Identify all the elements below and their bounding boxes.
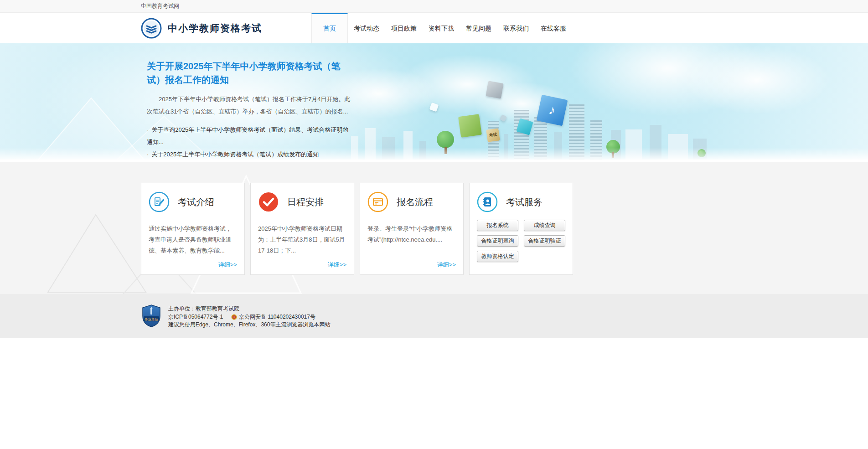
badge-label: 事业单位 (145, 317, 159, 321)
site-name-link[interactable]: 中国教育考试网 (141, 3, 179, 9)
bullet-icon: · (147, 151, 149, 158)
page: 中国教育考试网 中小学教师资格考试 首页 考试动态 (0, 0, 868, 449)
card-title: 考试介绍 (178, 196, 214, 208)
police-badge-icon (231, 314, 237, 320)
card-body-text: 通过实施中小学教师资格考试，考查申请人是否具备教师职业道德、基本素养、教育教学能… (149, 223, 237, 256)
card-head: 报名流程 (367, 191, 456, 213)
divider (149, 219, 237, 219)
institution-badge-icon[interactable]: 事业单位 (141, 304, 162, 328)
nav-item-online-service[interactable]: 在线客服 (535, 13, 572, 43)
cloud-decor (684, 46, 830, 114)
card-row: 考试介绍 通过实施中小学教师资格考试，考查申请人是否具备教师职业道德、基本素养、… (141, 183, 574, 275)
hero-news-list: ·关于查询2025年上半年中小学教师资格考试（面试）结果、考试合格证明的通知..… (147, 124, 353, 160)
certificate-query-button[interactable]: 合格证明查询 (477, 235, 518, 247)
form-card-icon (367, 191, 388, 212)
hero-news-item[interactable]: ·关于查询2025年上半年中小学教师资格考试（面试）结果、考试合格证明的通知..… (147, 124, 353, 148)
certificate-verify-button[interactable]: 合格证明验证 (524, 235, 565, 247)
card-head: 考试介绍 (149, 191, 237, 213)
detail-link[interactable]: 详细>> (367, 261, 456, 269)
main-nav: 首页 考试动态 项目政策 资料下载 常见问题 联系我们 在线客服 (311, 13, 572, 43)
nav-item-faq[interactable]: 常见问题 (460, 13, 497, 43)
hero-content: 关于开展2025年下半年中小学教师资格考试（笔试）报名工作的通知 2025年下半… (141, 43, 353, 162)
icp-line: 京ICP备05064772号-1 京公网安备 11040202430017号 (168, 313, 330, 321)
browser-tip-line: 建议您使用Edge、Chrome、Firefox、360等主流浏览器浏览本网站 (168, 321, 330, 329)
nav-item-policy[interactable]: 项目政策 (385, 13, 423, 43)
card-title: 日程安排 (287, 196, 324, 208)
check-circle-icon (258, 191, 279, 212)
bullet-icon: · (147, 126, 149, 133)
main-section: 考试介绍 通过实施中小学教师资格考试，考查申请人是否具备教师职业道德、基本素养、… (0, 162, 868, 294)
pencil-document-icon (149, 191, 170, 212)
ntce-emblem-icon (141, 18, 162, 39)
service-button-grid: 报名系统 成绩查询 合格证明查询 合格证明验证 教师资格认定 (477, 220, 565, 262)
header: 中小学教师资格考试 首页 考试动态 项目政策 资料下载 常见问题 联系我们 在线… (0, 13, 868, 43)
card-exam-services: 考试服务 报名系统 成绩查询 合格证明查询 合格证明验证 教师资格认定 (469, 183, 573, 275)
hero-news-link: 关于查询2025年上半年中小学教师资格考试（面试）结果、考试合格证明的通知... (147, 126, 348, 145)
address-book-icon (477, 191, 498, 212)
topbar: 中国教育考试网 (0, 0, 868, 13)
nav-item-news[interactable]: 考试动态 (348, 13, 385, 43)
divider (258, 219, 346, 219)
card-title: 考试服务 (506, 196, 542, 208)
hero-notice-summary: 2025年下半年中小学教师资格考试（笔试）报名工作将于7月4日开始。此次笔试在3… (147, 93, 353, 118)
organizer-line: 主办单位：教育部教育考试院 (168, 305, 330, 313)
footer-text-block: 主办单位：教育部教育考试院 京ICP备05064772号-1 京公网安备 110… (168, 304, 330, 329)
site-title: 中小学教师资格考试 (168, 22, 262, 35)
detail-link[interactable]: 详细>> (149, 261, 237, 269)
card-title: 报名流程 (397, 196, 433, 208)
card-head: 考试服务 (477, 191, 565, 213)
hero-banner: ♪ 考试 关于开展2025年下半年中小学教师资格考试（笔试）报名工作的通知 20… (0, 43, 868, 162)
footer: 事业单位 主办单位：教育部教育考试院 京ICP备05064772号-1 京公网安… (0, 294, 868, 338)
teacher-certification-button[interactable]: 教师资格认定 (477, 251, 518, 262)
card-schedule: 日程安排 2025年中小学教师资格考试日期为：上半年笔试3月8日，面试5月17-… (250, 183, 354, 275)
registration-system-button[interactable]: 报名系统 (477, 220, 518, 231)
nav-item-downloads[interactable]: 资料下载 (423, 13, 460, 43)
hero-news-item[interactable]: ·关于2025年上半年中小学教师资格考试（笔试）成绩发布的通知 (147, 148, 353, 160)
exam-cube-icon: 考试 (486, 128, 500, 142)
nav-item-contact[interactable]: 联系我们 (497, 13, 535, 43)
card-head: 日程安排 (258, 191, 346, 213)
card-body-text: 2025年中小学教师资格考试日期为：上半年笔试3月8日，面试5月17-18日；下… (258, 223, 346, 256)
card-registration-process: 报名流程 登录。考生登录“中小学教师资格考试”(http://ntce.neea… (360, 183, 464, 275)
card-exam-intro: 考试介绍 通过实施中小学教师资格考试，考查申请人是否具备教师职业道德、基本素养、… (141, 183, 245, 275)
hero-bottom-fade (0, 148, 868, 160)
card-body-text: 登录。考生登录“中小学教师资格考试”(http://ntce.neea.edu.… (367, 223, 456, 256)
security-record-link[interactable]: 京公网安备 11040202430017号 (239, 313, 315, 321)
detail-link[interactable]: 详细>> (258, 261, 346, 269)
hero-notice-title-link[interactable]: 关于开展2025年下半年中小学教师资格考试（笔试）报名工作的通知 (147, 59, 353, 87)
nav-item-home[interactable]: 首页 (311, 13, 348, 43)
icp-link[interactable]: 京ICP备05064772号-1 (168, 313, 223, 321)
hero-news-link: 关于2025年上半年中小学教师资格考试（笔试）成绩发布的通知 (151, 151, 319, 158)
cube-icon (458, 114, 482, 138)
music-note-cube-icon: ♪ (537, 95, 568, 126)
divider (367, 219, 456, 219)
cube-icon (486, 81, 503, 98)
police-group: 京公网安备 11040202430017号 (231, 313, 315, 321)
score-query-button[interactable]: 成绩查询 (524, 220, 565, 231)
site-logo[interactable]: 中小学教师资格考试 (141, 13, 262, 43)
